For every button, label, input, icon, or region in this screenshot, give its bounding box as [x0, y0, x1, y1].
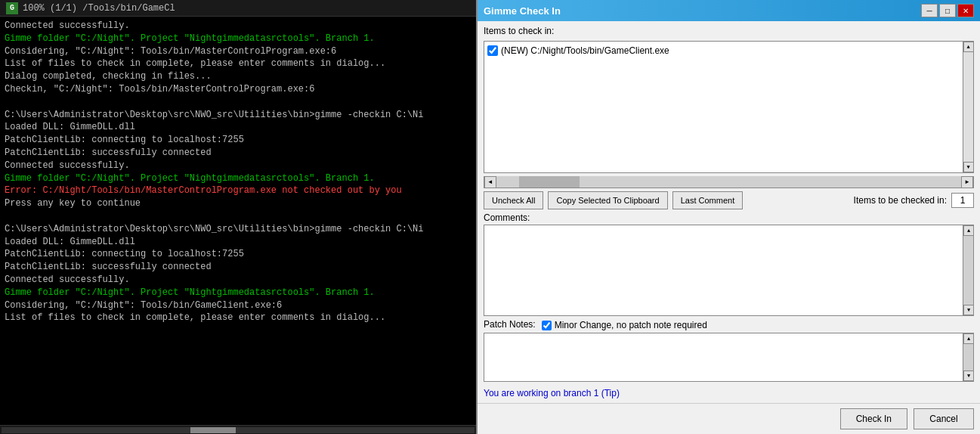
patch-notes-section: Patch Notes: Minor Change, no patch note…	[484, 319, 974, 382]
terminal-line: Gimme folder "C:/Night". Project "Nightg…	[5, 33, 471, 45]
terminal-line	[5, 210, 471, 223]
checkin-dialog: Gimme Check In ─ □ ✕ Items to check in: …	[476, 0, 980, 434]
action-buttons-row: Uncheck All Copy Selected To Clipboard L…	[484, 191, 974, 209]
items-list-wrapper: (NEW) C:/Night/Tools/bin/GameClient.exe …	[484, 41, 974, 173]
terminal-line: Loaded DLL: GimmeDLL.dll	[5, 121, 471, 134]
comments-textarea[interactable]	[484, 225, 963, 316]
terminal-line: PatchClientLib: successfully connected	[5, 261, 471, 274]
comments-label: Comments:	[484, 212, 974, 223]
terminal-line: PatchClientLib: successfully connected	[5, 147, 471, 160]
cancel-button[interactable]: Cancel	[914, 408, 974, 429]
terminal-panel: G 100% (1/1) /Tools/bin/GameCl Connected…	[0, 0, 476, 434]
patch-notes-label: Patch Notes:	[484, 319, 536, 330]
terminal-scrollbar[interactable]	[0, 425, 476, 434]
dialog-body: Items to check in: (NEW) C:/Night/Tools/…	[478, 21, 980, 403]
comments-section: Comments: ▲ ▼	[484, 212, 974, 316]
branch-info: You are working on branch 1 (Tip)	[484, 388, 974, 398]
check-in-button[interactable]: Check In	[840, 408, 907, 429]
dialog-title: Gimme Check In	[484, 5, 561, 17]
terminal-line: C:\Users\Administrator\Desktop\src\NWO_s…	[5, 109, 471, 122]
patch-scroll-down[interactable]: ▼	[963, 370, 974, 381]
terminal-line: PatchClientLib: connecting to localhost:…	[5, 248, 471, 261]
close-button[interactable]: ✕	[957, 4, 974, 17]
comments-scroll-up[interactable]: ▲	[963, 225, 974, 236]
terminal-line: Connected successfully.	[5, 20, 471, 33]
last-comment-button[interactable]: Last Comment	[672, 191, 744, 209]
patch-vscrollbar[interactable]: ▲ ▼	[963, 333, 974, 382]
scroll-down-arrow[interactable]: ▼	[963, 162, 974, 172]
item-label: (NEW) C:/Night/Tools/bin/GameClient.exe	[501, 45, 669, 56]
terminal-content[interactable]: Connected successfully.Gimme folder "C:/…	[0, 17, 476, 425]
items-count-container: Items to be checked in:	[854, 193, 974, 208]
checkin-item: (NEW) C:/Night/Tools/bin/GameClient.exe	[487, 45, 960, 57]
terminal-line: Checkin, "C:/Night": Tools/bin/MasterCon…	[5, 83, 471, 96]
minor-change-label: Minor Change, no patch note required	[555, 320, 707, 330]
items-to-be-checked-in-label: Items to be checked in:	[854, 195, 947, 206]
terminal-line: Gimme folder "C:/Night". Project "Nightg…	[5, 287, 471, 299]
terminal-line: C:\Users\Administrator\Desktop\src\NWO_s…	[5, 223, 471, 236]
items-to-check-in-label: Items to check in:	[484, 26, 974, 36]
terminal-title: 100% (1/1) /Tools/bin/GameCl	[23, 3, 175, 14]
terminal-titlebar: G 100% (1/1) /Tools/bin/GameCl	[0, 0, 476, 17]
items-list[interactable]: (NEW) C:/Night/Tools/bin/GameClient.exe	[484, 41, 963, 173]
items-vscrollbar[interactable]: ▲ ▼	[963, 41, 974, 173]
comments-vscrollbar[interactable]: ▲ ▼	[963, 225, 974, 316]
terminal-line: Press any key to continue	[5, 197, 471, 210]
item-checkbox[interactable]	[487, 45, 498, 56]
terminal-line: Considering, "C:/Night": Tools/bin/Maste…	[5, 45, 471, 58]
items-count-input[interactable]	[951, 193, 974, 208]
scroll-left-arrow[interactable]: ◄	[484, 176, 496, 188]
terminal-line: Connected successfully. (0.05)	[5, 274, 471, 287]
patch-notes-textarea[interactable]	[484, 333, 963, 382]
minimize-button[interactable]: ─	[921, 4, 938, 17]
maximize-button[interactable]: □	[939, 4, 956, 17]
dialog-titlebar: Gimme Check In ─ □ ✕	[478, 0, 980, 21]
minor-change-checkbox[interactable]	[542, 321, 552, 330]
copy-to-clipboard-button[interactable]: Copy Selected To Clipboard	[548, 191, 667, 209]
dialog-title-controls: ─ □ ✕	[921, 4, 974, 17]
uncheck-all-button[interactable]: Uncheck All	[484, 191, 543, 209]
patch-scroll-up[interactable]: ▲	[963, 333, 974, 344]
app-icon: G	[6, 2, 18, 14]
hscroll-track[interactable]	[496, 176, 961, 188]
scroll-right-arrow[interactable]: ►	[961, 176, 973, 188]
hscroll-thumb[interactable]	[519, 176, 580, 188]
terminal-line: Gimme folder "C:/Night". Project "Nightg…	[5, 172, 471, 185]
scroll-up-arrow[interactable]: ▲	[963, 42, 974, 52]
dialog-footer: Check In Cancel	[478, 403, 980, 434]
terminal-line	[5, 96, 471, 109]
terminal-line: PatchClientLib: connecting to localhost:…	[5, 134, 471, 147]
terminal-line: Loaded DLL: GimmeDLL.dll	[5, 236, 471, 249]
comments-scroll-down[interactable]: ▼	[963, 305, 974, 315]
terminal-line: Considering, "C:/Night": Tools/bin/GameC…	[5, 299, 471, 312]
terminal-line: Connected successfully. (0.04)	[5, 160, 471, 172]
terminal-line: List of files to check in complete, plea…	[5, 57, 471, 70]
items-hscroll[interactable]: ◄ ►	[484, 176, 974, 188]
terminal-line: Error: C:/Night/Tools/bin/MasterControlP…	[5, 184, 471, 197]
terminal-line: Dialog completed, checking in files...	[5, 70, 471, 83]
terminal-line: List of files to check in complete, plea…	[5, 312, 471, 324]
